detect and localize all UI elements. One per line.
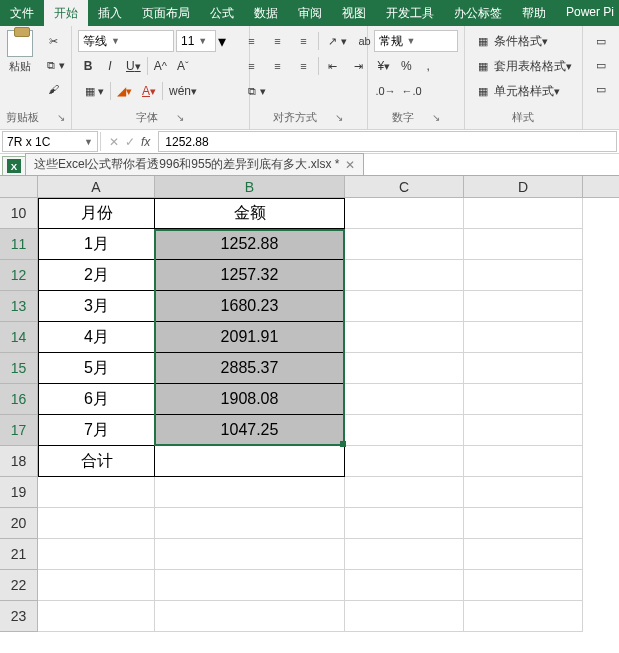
workbook-tab[interactable]: 这些Excel公式帮你看透996和955的差异到底有多大.xlsx * ✕ <box>25 153 364 175</box>
clipboard-launcher-icon[interactable]: ↘ <box>57 112 65 123</box>
row-header[interactable]: 13 <box>0 291 38 322</box>
row-header[interactable]: 14 <box>0 322 38 353</box>
cell-D21[interactable] <box>464 539 583 570</box>
name-box[interactable]: 7R x 1C ▼ <box>2 131 98 152</box>
col-header-A[interactable]: A <box>38 176 155 197</box>
cell-C11[interactable] <box>345 229 464 260</box>
cell-B18[interactable] <box>155 446 345 477</box>
cell-C10[interactable] <box>345 198 464 229</box>
cell-C13[interactable] <box>345 291 464 322</box>
cell-D15[interactable] <box>464 353 583 384</box>
fill-color-button[interactable]: ◢▾ <box>113 80 136 102</box>
cell-B17[interactable]: 1047.25 <box>155 415 345 446</box>
cell-D20[interactable] <box>464 508 583 539</box>
tab-help[interactable]: 帮助 <box>512 0 556 26</box>
tab-developer[interactable]: 开发工具 <box>376 0 444 26</box>
borders-button[interactable]: ▦▾ <box>78 80 108 102</box>
conditional-format-button[interactable]: ▦ 条件格式▾ <box>471 30 576 52</box>
row-header[interactable]: 10 <box>0 198 38 229</box>
cell-A12[interactable]: 2月 <box>38 260 155 291</box>
row-header[interactable]: 23 <box>0 601 38 632</box>
tab-review[interactable]: 审阅 <box>288 0 332 26</box>
cell-D17[interactable] <box>464 415 583 446</box>
tab-view[interactable]: 视图 <box>332 0 376 26</box>
cell-B23[interactable] <box>155 601 345 632</box>
insert-cells-button[interactable]: ▭ <box>589 30 613 52</box>
cell-C23[interactable] <box>345 601 464 632</box>
underline-button[interactable]: U▾ <box>122 55 145 77</box>
cell-C12[interactable] <box>345 260 464 291</box>
cell-B14[interactable]: 2091.91 <box>155 322 345 353</box>
cell-A22[interactable] <box>38 570 155 601</box>
align-middle-button[interactable]: ≡ <box>266 30 290 52</box>
worksheet[interactable]: A B C D 10月份金额111月1252.88122月1257.32133月… <box>0 176 619 632</box>
cut-button[interactable]: ✂ <box>39 30 69 52</box>
tab-file[interactable]: 文件 <box>0 0 44 26</box>
cell-C18[interactable] <box>345 446 464 477</box>
cell-styles-button[interactable]: ▦ 单元格样式▾ <box>471 80 576 102</box>
font-launcher-icon[interactable]: ↘ <box>176 112 184 123</box>
cell-D19[interactable] <box>464 477 583 508</box>
cell-B12[interactable]: 1257.32 <box>155 260 345 291</box>
number-format-combo[interactable]: 常规▼ <box>374 30 458 52</box>
cell-D23[interactable] <box>464 601 583 632</box>
cell-C19[interactable] <box>345 477 464 508</box>
cell-C22[interactable] <box>345 570 464 601</box>
cell-B19[interactable] <box>155 477 345 508</box>
row-header[interactable]: 15 <box>0 353 38 384</box>
cell-D10[interactable] <box>464 198 583 229</box>
excel-app-icon-tab[interactable]: X <box>2 156 26 175</box>
font-size-combo[interactable]: 11▼ <box>176 30 216 52</box>
row-header[interactable]: 16 <box>0 384 38 415</box>
cell-B13[interactable]: 1680.23 <box>155 291 345 322</box>
cell-A23[interactable] <box>38 601 155 632</box>
align-launcher-icon[interactable]: ↘ <box>335 112 343 123</box>
cell-A15[interactable]: 5月 <box>38 353 155 384</box>
cell-A11[interactable]: 1月 <box>38 229 155 260</box>
cell-B10[interactable]: 金额 <box>155 198 345 229</box>
row-header[interactable]: 22 <box>0 570 38 601</box>
tab-data[interactable]: 数据 <box>244 0 288 26</box>
row-header[interactable]: 11 <box>0 229 38 260</box>
row-header[interactable]: 20 <box>0 508 38 539</box>
tab-formulas[interactable]: 公式 <box>200 0 244 26</box>
format-as-table-button[interactable]: ▦ 套用表格格式▾ <box>471 55 576 77</box>
enter-formula-button[interactable]: ✓ <box>125 135 135 149</box>
row-header[interactable]: 21 <box>0 539 38 570</box>
orientation-button[interactable]: ↗▾ <box>321 30 351 52</box>
copy-button[interactable]: ⧉▾ <box>39 54 69 76</box>
cell-A10[interactable]: 月份 <box>38 198 155 229</box>
col-header-B[interactable]: B <box>155 176 345 197</box>
cell-C17[interactable] <box>345 415 464 446</box>
close-workbook-icon[interactable]: ✕ <box>345 158 355 172</box>
cell-D12[interactable] <box>464 260 583 291</box>
cell-C16[interactable] <box>345 384 464 415</box>
paste-button[interactable]: 粘贴 <box>3 30 37 74</box>
row-header[interactable]: 18 <box>0 446 38 477</box>
cell-B16[interactable]: 1908.08 <box>155 384 345 415</box>
cell-D18[interactable] <box>464 446 583 477</box>
cell-A16[interactable]: 6月 <box>38 384 155 415</box>
comma-button[interactable]: , <box>418 55 438 77</box>
cell-A14[interactable]: 4月 <box>38 322 155 353</box>
cell-A21[interactable] <box>38 539 155 570</box>
format-painter-button[interactable]: 🖌 <box>39 78 69 100</box>
tab-powerpivot[interactable]: Power Pi <box>556 0 619 26</box>
cell-A18[interactable]: 合计 <box>38 446 155 477</box>
cell-C15[interactable] <box>345 353 464 384</box>
cell-A20[interactable] <box>38 508 155 539</box>
number-launcher-icon[interactable]: ↘ <box>432 112 440 123</box>
row-header[interactable]: 19 <box>0 477 38 508</box>
cell-B15[interactable]: 2885.37 <box>155 353 345 384</box>
cell-D14[interactable] <box>464 322 583 353</box>
cell-D11[interactable] <box>464 229 583 260</box>
italic-button[interactable]: I <box>100 55 120 77</box>
cell-A19[interactable] <box>38 477 155 508</box>
align-top-button[interactable]: ≡ <box>240 30 264 52</box>
align-left-button[interactable]: ≡ <box>240 55 264 77</box>
cell-D22[interactable] <box>464 570 583 601</box>
cell-B21[interactable] <box>155 539 345 570</box>
cancel-formula-button[interactable]: ✕ <box>109 135 119 149</box>
cell-A13[interactable]: 3月 <box>38 291 155 322</box>
row-header[interactable]: 17 <box>0 415 38 446</box>
